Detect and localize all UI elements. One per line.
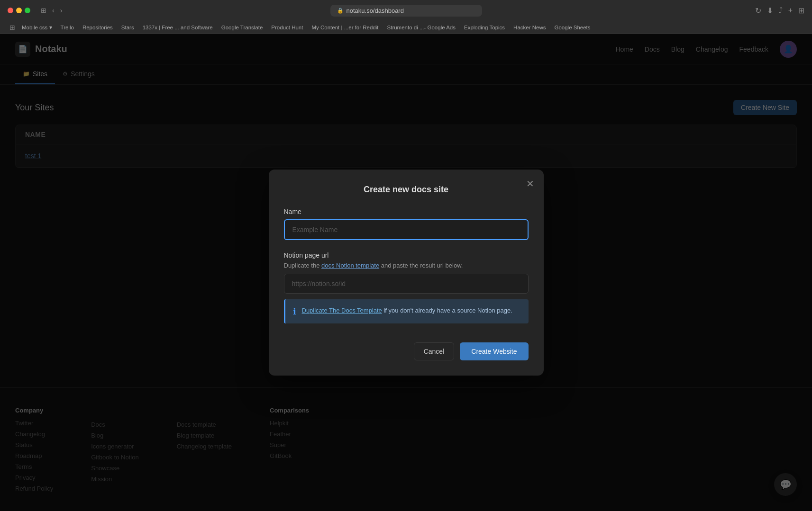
bookmark-my-content[interactable]: My Content | ...er for Reddit — [308, 23, 382, 32]
bookmark-google-sheets[interactable]: Google Sheets — [550, 23, 594, 32]
bookmark-mobile-css[interactable]: Mobile css ▾ — [18, 23, 56, 32]
bookmark-google-translate[interactable]: Google Translate — [218, 23, 267, 32]
modal-close-button[interactable]: ✕ — [524, 177, 536, 190]
bookmark-strumento[interactable]: Strumento di ...- Google Ads — [383, 23, 459, 32]
bookmark-1337x[interactable]: 1337x | Free ... and Software — [139, 23, 217, 32]
address-bar-container: 🔒 notaku.so/dashboard — [330, 5, 482, 17]
notion-url-input[interactable] — [284, 274, 529, 294]
back-icon[interactable]: ‹ — [50, 5, 56, 16]
notion-url-form-group: Notion page url Duplicate the docs Notio… — [284, 251, 529, 323]
modal-dialog: Create new docs site ✕ Name Notion page … — [269, 170, 544, 376]
name-form-group: Name — [284, 208, 529, 240]
app-content: 📄 Notaku Home Docs Blog Changelog Feedba… — [0, 34, 812, 511]
sidebar-toggle-icon[interactable]: ⊞ — [39, 5, 48, 16]
notion-instruction-prefix: Duplicate the — [284, 262, 322, 269]
cancel-button[interactable]: Cancel — [414, 342, 455, 360]
grid-icon[interactable]: ⊞ — [798, 6, 804, 15]
create-website-button[interactable]: Create Website — [460, 342, 528, 360]
new-tab-icon[interactable]: + — [788, 6, 793, 15]
bookmark-trello[interactable]: Trello — [57, 23, 78, 32]
browser-chrome: ⊞ ‹ › 🔒 notaku.so/dashboard ↻ ⬇ ⤴ + ⊞ — [0, 0, 812, 21]
bookmark-stars[interactable]: Stars — [118, 23, 138, 32]
apps-icon[interactable]: ⊞ — [8, 22, 17, 33]
name-label: Name — [284, 208, 529, 215]
notion-instruction: Duplicate the docs Notion template and p… — [284, 262, 529, 269]
url-text: notaku.so/dashboard — [347, 7, 404, 14]
bookmark-hacker-news[interactable]: Hacker News — [510, 23, 549, 32]
minimize-button[interactable] — [16, 8, 22, 13]
duplicate-template-link[interactable]: Duplicate The Docs Template — [302, 307, 382, 314]
modal-title: Create new docs site — [284, 185, 529, 195]
info-text-suffix: if you don't already have a source Notio… — [382, 307, 512, 314]
info-icon: ℹ — [293, 306, 296, 317]
close-button[interactable] — [8, 8, 13, 13]
name-input[interactable] — [284, 219, 529, 240]
browser-controls: ⊞ ‹ › — [39, 5, 64, 16]
bookmark-exploding-topics[interactable]: Exploding Topics — [460, 23, 509, 32]
forward-icon[interactable]: › — [58, 5, 64, 16]
bookmark-product-hunt[interactable]: Product Hunt — [267, 23, 307, 32]
modal-footer: Cancel Create Website — [284, 342, 529, 360]
download-icon[interactable]: ⬇ — [767, 6, 773, 15]
notion-template-link[interactable]: docs Notion template — [321, 262, 379, 269]
notion-instruction-suffix: and paste the result url below. — [379, 262, 463, 269]
info-box: ℹ Duplicate The Docs Template if you don… — [284, 299, 529, 323]
share-icon[interactable]: ⤴ — [779, 6, 783, 15]
notion-url-label: Notion page url — [284, 251, 529, 259]
browser-actions: ↻ ⬇ ⤴ + ⊞ — [755, 6, 804, 15]
modal-overlay[interactable]: Create new docs site ✕ Name Notion page … — [0, 34, 812, 511]
traffic-lights — [8, 8, 30, 13]
address-bar[interactable]: 🔒 notaku.so/dashboard — [330, 5, 482, 17]
maximize-button[interactable] — [25, 8, 30, 13]
bookmark-repositories[interactable]: Repositories — [79, 23, 117, 32]
bookmarks-bar: ⊞ Mobile css ▾ Trello Repositories Stars… — [0, 21, 812, 34]
lock-icon: 🔒 — [337, 8, 344, 14]
refresh-icon[interactable]: ↻ — [755, 6, 761, 15]
info-text: Duplicate The Docs Template if you don't… — [302, 306, 512, 315]
